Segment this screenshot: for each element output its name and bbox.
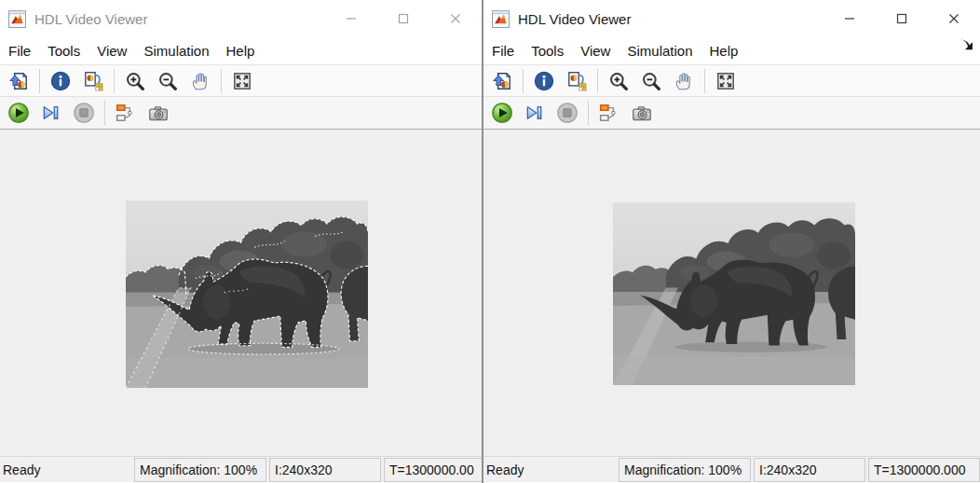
- stop-button[interactable]: [553, 100, 581, 126]
- export-colormap-button[interactable]: [79, 68, 107, 94]
- menu-bar: File Tools View Simulation Help: [0, 37, 482, 65]
- menu-simulation[interactable]: Simulation: [136, 40, 216, 62]
- snapshot-button[interactable]: [144, 100, 172, 126]
- status-state: Ready: [0, 462, 40, 477]
- video-display-area: [0, 130, 482, 456]
- step-forward-icon: [40, 102, 62, 124]
- window-title: HDL Video Viewer: [34, 11, 147, 27]
- toolbar-separator: [114, 69, 115, 93]
- zoom-in-button[interactable]: [121, 68, 149, 94]
- status-state: Ready: [483, 462, 524, 477]
- menu-simulation[interactable]: Simulation: [619, 40, 700, 62]
- zoom-out-button[interactable]: [637, 68, 665, 94]
- highlight-simulink-block-button[interactable]: [595, 100, 623, 126]
- status-bar: Ready Magnification: 100% I:240x320 T=13…: [0, 456, 482, 482]
- playback-toolbar: [483, 97, 980, 130]
- zoom-out-icon: [640, 70, 662, 92]
- status-frame-size: I:240x320: [269, 458, 381, 482]
- menu-bar: File Tools View Simulation Help: [483, 37, 980, 65]
- step-forward-button[interactable]: [37, 100, 65, 126]
- zoom-out-icon: [157, 70, 179, 92]
- zoom-in-icon: [124, 70, 146, 92]
- titlebar[interactable]: HDL Video Viewer: [0, 0, 482, 37]
- maintain-fit-to-window-icon: [715, 70, 737, 92]
- video-information-icon: [533, 70, 555, 92]
- playback-toolbar: [0, 97, 482, 130]
- status-frame-size: I:240x320: [754, 458, 865, 482]
- export-image-button[interactable]: [488, 68, 516, 94]
- snapshot-button[interactable]: [628, 100, 656, 126]
- status-magnification: Magnification: 100%: [619, 458, 751, 482]
- maintain-fit-to-window-icon: [231, 70, 253, 92]
- video-information-button[interactable]: [47, 68, 75, 94]
- video-frame-original: [613, 202, 855, 385]
- close-button[interactable]: [928, 0, 980, 37]
- pan-icon: [189, 70, 211, 92]
- highlight-simulink-block-icon: [115, 102, 137, 124]
- pan-button[interactable]: [670, 68, 698, 94]
- video-frame-edge-overlay: [126, 200, 368, 388]
- pan-icon: [673, 70, 695, 92]
- screen: { "windows": [ { "title": "HDL Video Vie…: [0, 0, 980, 483]
- status-sim-time: T=1300000.000: [868, 458, 980, 482]
- toolbar-separator: [104, 101, 105, 125]
- menu-tools[interactable]: Tools: [40, 40, 88, 62]
- export-colormap-icon: [82, 70, 104, 92]
- minimize-button[interactable]: [823, 0, 876, 37]
- menu-file[interactable]: File: [1, 40, 38, 62]
- toolbar-separator: [597, 69, 598, 93]
- maintain-fit-to-window-button[interactable]: [228, 68, 256, 94]
- export-colormap-button[interactable]: [563, 68, 591, 94]
- snapshot-icon: [147, 102, 170, 124]
- stop-icon: [73, 102, 95, 124]
- step-forward-button[interactable]: [521, 100, 549, 126]
- viewer-window-left: HDL Video Viewer File Tools View Simulat…: [0, 0, 482, 483]
- main-toolbar: [483, 65, 980, 97]
- maximize-icon: [398, 13, 409, 24]
- stop-button[interactable]: [70, 100, 98, 126]
- export-colormap-icon: [565, 70, 588, 92]
- matlab-app-icon: [8, 10, 26, 28]
- toolbar-separator: [704, 69, 705, 93]
- zoom-out-button[interactable]: [154, 68, 182, 94]
- maximize-button[interactable]: [876, 0, 928, 37]
- menu-file[interactable]: File: [484, 40, 522, 62]
- video-display-area: [483, 130, 980, 456]
- video-information-icon: [49, 70, 72, 92]
- status-bar: Ready Magnification: 100% I:240x320 T=13…: [483, 456, 980, 482]
- toolbar-separator: [588, 101, 589, 125]
- export-image-button[interactable]: [5, 68, 33, 94]
- play-button[interactable]: [488, 100, 516, 126]
- main-toolbar: [0, 65, 482, 97]
- zoom-in-button[interactable]: [605, 68, 633, 94]
- menu-help[interactable]: Help: [219, 40, 263, 62]
- close-button[interactable]: [429, 0, 482, 37]
- close-icon: [948, 13, 960, 24]
- menu-view[interactable]: View: [89, 40, 134, 62]
- play-button[interactable]: [5, 100, 33, 126]
- viewer-window-right: HDL Video Viewer File Tools View Simulat…: [482, 0, 980, 483]
- close-icon: [450, 13, 461, 24]
- pan-button[interactable]: [186, 68, 214, 94]
- minimize-icon: [844, 13, 855, 24]
- minimize-button[interactable]: [325, 0, 377, 37]
- status-sim-time: T=1300000.00: [384, 458, 482, 482]
- menu-view[interactable]: View: [573, 40, 618, 62]
- export-image-icon: [7, 70, 30, 92]
- window-title: HDL Video Viewer: [518, 11, 631, 27]
- titlebar[interactable]: HDL Video Viewer: [483, 0, 980, 37]
- export-image-icon: [491, 70, 513, 92]
- video-information-button[interactable]: [530, 68, 558, 94]
- toolbar-separator: [523, 69, 524, 93]
- maintain-fit-to-window-button[interactable]: [712, 68, 740, 94]
- status-magnification: Magnification: 100%: [134, 458, 266, 482]
- toolbar-separator: [39, 69, 40, 93]
- play-icon: [491, 102, 513, 124]
- toolbar-separator: [221, 69, 222, 93]
- maximize-button[interactable]: [377, 0, 429, 37]
- highlight-simulink-block-button[interactable]: [112, 100, 140, 126]
- stop-icon: [556, 102, 578, 124]
- matlab-app-icon: [492, 10, 510, 28]
- menu-tools[interactable]: Tools: [524, 40, 571, 62]
- menu-help[interactable]: Help: [702, 40, 746, 62]
